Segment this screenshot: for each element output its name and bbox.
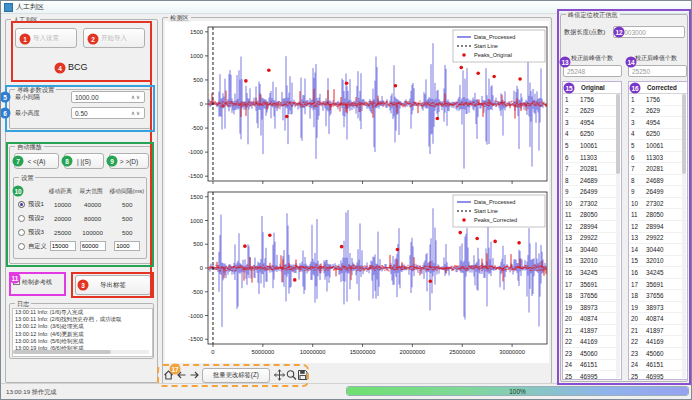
table-row[interactable]: 611303 [563,152,621,164]
reference-line-checkbox[interactable] [13,278,20,285]
table-row[interactable]: 1532010 [629,256,687,268]
original-peaks-table[interactable]: Original 1175622629349544625051006161130… [562,81,622,380]
preset-radio[interactable] [18,201,25,208]
table-row[interactable]: 1430440 [563,244,621,256]
table-row[interactable]: 1027302 [629,198,687,210]
table-row[interactable]: 1735691 [563,279,621,291]
table-row[interactable]: 926499 [629,186,687,198]
min-interval-value: 1000.00 [75,94,99,101]
table-row[interactable]: 22629 [563,106,621,118]
row-number: 13 [563,234,580,241]
row-number: 15 [563,257,580,264]
original-table-scrollbar[interactable] [616,94,620,378]
table-row[interactable]: 1228994 [629,221,687,233]
table-row[interactable]: 1128050 [629,209,687,221]
table-row[interactable]: 824689 [629,175,687,187]
preset-custom-input[interactable] [80,241,106,251]
preset-custom-input[interactable] [50,241,76,251]
svg-text:10000000: 10000000 [300,349,326,355]
peak-params-title: 寻峰参数设置 [15,86,56,94]
import-settings-button[interactable]: 导入设置 [15,28,77,48]
min-height-spinbox[interactable]: 0.50 ∧∨ [71,107,145,119]
zoom-icon[interactable] [286,369,297,381]
table-row[interactable]: 1430440 [629,244,687,256]
table-row[interactable]: 1938973 [563,302,621,314]
preset-radio[interactable] [18,215,25,222]
log-hscrollbar[interactable] [13,350,149,354]
table-row[interactable]: 2546995 [563,371,621,380]
table-row[interactable]: 1128050 [563,209,621,221]
save-icon[interactable] [297,369,308,381]
table-row[interactable]: 720281 [563,163,621,175]
table-row[interactable]: 720281 [629,163,687,175]
corrected-header: Corrected [647,84,677,91]
data-length-field: 33003000 [613,26,685,38]
table-row[interactable]: 2345060 [629,348,687,360]
table-row[interactable]: 1837656 [563,290,621,302]
table-row[interactable]: 2446151 [563,360,621,372]
table-row[interactable]: 2040874 [563,313,621,325]
preset-label: 预设3 [28,228,49,237]
table-row[interactable]: 1634245 [629,267,687,279]
table-row[interactable]: 2345060 [563,348,621,360]
start-import-button[interactable]: 开始导入 [83,28,145,48]
table-row[interactable]: 34954 [629,117,687,129]
table-row[interactable]: 2546995 [629,371,687,380]
home-icon[interactable] [163,369,174,381]
table-row[interactable]: 1634245 [563,267,621,279]
peak-value: 26499 [646,188,687,195]
table-row[interactable]: 1532010 [563,256,621,268]
table-row[interactable]: 2446151 [629,360,687,372]
table-row[interactable]: 1735691 [629,279,687,291]
autoplay-forward-button[interactable]: > >(D) [109,153,149,169]
back-icon[interactable] [176,369,187,381]
svg-text:Data_Processed: Data_Processed [474,199,515,205]
statusbar: 13:00:19 操作完成 100% [1,383,691,399]
table-row[interactable]: 926499 [563,186,621,198]
preset-custom-input[interactable] [114,241,140,251]
table-row[interactable]: 611303 [629,152,687,164]
signal-charts[interactable]: -1500-1000-500050010001500Data_Processed… [163,19,553,365]
batch-edit-labels-button[interactable]: 批量更改标签(Z) [202,368,270,383]
table-row[interactable]: 510061 [563,140,621,152]
table-row[interactable]: 11756 [629,94,687,106]
table-row[interactable]: 1938973 [629,302,687,314]
table-row[interactable]: 34954 [563,117,621,129]
app-window: 人工判区 人工判区 导入设置 开始导入 BCG 寻峰参数设置 最小间隔 1000… [0,0,692,400]
corrected-table-scrollbar[interactable] [682,94,686,378]
spin-arrows-icon[interactable]: ∧∨ [131,110,141,116]
forward-icon[interactable] [189,369,200,381]
table-row[interactable]: 1837656 [629,290,687,302]
row-number: 2 [629,107,646,114]
table-row[interactable]: 11756 [563,94,621,106]
corrected-peaks-table[interactable]: Corrected 117562262934954462505100616113… [628,81,688,380]
table-row[interactable]: 2244169 [629,336,687,348]
table-row[interactable]: 46250 [629,129,687,141]
table-row[interactable]: 1027302 [563,198,621,210]
peak-value: 10061 [580,142,621,149]
row-number: 9 [563,188,580,195]
table-row[interactable]: 510061 [629,140,687,152]
table-row[interactable]: 2141897 [563,325,621,337]
export-labels-button[interactable]: 导出标签 [75,275,151,295]
table-row[interactable]: 1329922 [563,233,621,245]
preset-radio[interactable] [18,243,25,250]
table-row[interactable]: 46250 [563,129,621,141]
table-row[interactable]: 824689 [563,175,621,187]
peak-value: 11303 [580,154,621,161]
app-icon [4,3,13,12]
table-row[interactable]: 2040874 [629,313,687,325]
table-row[interactable]: 1228994 [563,221,621,233]
spin-arrows-icon[interactable]: ∧∨ [131,94,141,100]
autoplay-pause-button[interactable]: | |(S) [64,153,104,169]
autoplay-back-button[interactable]: < <(A) [14,153,59,169]
row-number: 24 [629,361,646,368]
table-row[interactable]: 22629 [629,106,687,118]
table-row[interactable]: 1329922 [629,233,687,245]
min-interval-spinbox[interactable]: 1000.00 ∧∨ [71,91,145,103]
table-row[interactable]: 2244169 [563,336,621,348]
preset-radio[interactable] [18,229,25,236]
table-row[interactable]: 2141897 [629,325,687,337]
preset-label: 自定义 [28,242,49,251]
pan-icon[interactable] [274,369,285,381]
